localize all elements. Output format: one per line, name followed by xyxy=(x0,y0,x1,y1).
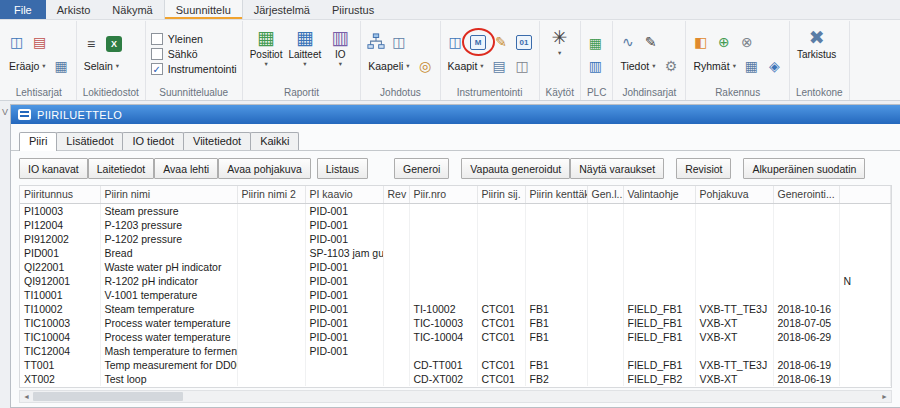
building-box-icon[interactable]: ◧ xyxy=(691,33,710,51)
scroll-right-arrow[interactable]: ► xyxy=(878,393,891,400)
column-header-rev[interactable]: Rev xyxy=(383,186,409,204)
column-header-piir-nro[interactable]: Piir.nro xyxy=(409,186,477,204)
checkbox-sahko[interactable]: Sähkö xyxy=(151,48,237,60)
loop-drawing-icon[interactable]: M xyxy=(469,33,488,51)
kaytot-button[interactable]: ✳ ▾ xyxy=(545,24,575,58)
tab-jarjestelma[interactable]: Järjestelmä xyxy=(243,0,321,19)
scroll-left-arrow[interactable]: ◄ xyxy=(20,393,33,400)
action-button-alkuper-inen-suodatin[interactable]: Alkuperäinen suodatin xyxy=(743,158,865,179)
action-button-generoi[interactable]: Generoi xyxy=(394,158,449,179)
table-row-qi912001[interactable]: QI912001R-1202 pH indicatorPID-001N xyxy=(20,274,890,288)
table-cell xyxy=(587,372,623,386)
laitteet-button[interactable]: ▦ Laitteet ▾ xyxy=(286,24,323,69)
column-header-piiritunnus[interactable]: Piiritunnus xyxy=(20,186,100,204)
action-button-io-kanavat[interactable]: IO kanavat xyxy=(19,158,88,179)
selain-label: Selain xyxy=(84,60,113,72)
io-button[interactable]: ▥ IO ▾ xyxy=(325,24,355,69)
instrument-window-icon[interactable]: ◫ xyxy=(446,33,465,51)
panel-tab-lisatiedot[interactable]: Lisätiedot xyxy=(56,132,123,150)
positiot-button[interactable]: ▦ Positiot ▾ xyxy=(248,24,285,69)
add-icon[interactable]: ⊕ xyxy=(714,33,733,51)
panel-tab-io-tiedot[interactable]: IO tiedot xyxy=(122,132,184,150)
panel-title-bar[interactable]: PIIRILUETTELO xyxy=(11,105,900,124)
ryhmat-button[interactable]: Ryhmät▾ xyxy=(691,59,737,73)
table-cell: TI10001 xyxy=(20,288,100,302)
panel-tab-kaikki[interactable]: Kaikki xyxy=(250,132,299,150)
settings-gear-icon[interactable]: ⚙ xyxy=(661,57,680,75)
group-label-kaytot: Käytöt xyxy=(545,84,575,100)
action-button-n-yt-varaukset[interactable]: Näytä varaukset xyxy=(570,158,664,179)
column-header-piirin-nimi[interactable]: Piirin nimi xyxy=(100,186,237,204)
panel-tab-piiri[interactable]: Piiri xyxy=(19,132,57,151)
table-row-tic10004[interactable]: TIC10004Process water temperaturePID-001… xyxy=(20,330,890,344)
table-cell xyxy=(839,204,890,219)
wire-link-icon[interactable]: ∿ xyxy=(618,33,637,51)
table-row-tic12004[interactable]: TIC12004Mash temperature to fermentation… xyxy=(20,344,890,358)
table-row-pi912002[interactable]: PI912002P-1202 pressurePID-001 xyxy=(20,232,890,246)
selain-button[interactable]: Selain▾ xyxy=(82,59,121,73)
column-header-piirin-nimi-2[interactable]: Piirin nimi 2 xyxy=(237,186,305,204)
eraajo-button[interactable]: Eräajo▾ xyxy=(7,59,48,73)
scroll-thumb[interactable] xyxy=(33,392,183,401)
column-header-pohjakuva[interactable]: Pohjakuva xyxy=(695,186,773,204)
frame-sheet-icon[interactable]: ◫ xyxy=(513,57,532,75)
column-header-pi-kaavio[interactable]: PI kaavio xyxy=(305,186,383,204)
action-button-avaa-lehti[interactable]: Avaa lehti xyxy=(154,158,218,179)
tab-piirustus[interactable]: Piirustus xyxy=(321,0,385,19)
table-cell: Test loop xyxy=(100,372,237,386)
table-row-ti10002[interactable]: TI10002Steam temperaturePID-001TI-10002C… xyxy=(20,302,890,316)
action-button-revisiot[interactable]: Revisiot xyxy=(676,158,731,179)
plc-io-icon[interactable]: ▥ xyxy=(586,57,605,75)
table-cell xyxy=(383,204,409,219)
action-button-laitetiedot[interactable]: Laitetiedot xyxy=(88,158,154,179)
column-header-piirin-sij[interactable]: Piirin sij. xyxy=(477,186,525,204)
horizontal-scrollbar[interactable]: ◄ ► xyxy=(19,390,892,403)
column-header-col-12[interactable] xyxy=(839,186,890,204)
remove-icon[interactable]: ⊗ xyxy=(737,33,756,51)
diamond-icon[interactable]: ◈ xyxy=(765,57,784,75)
ribbon-group-lentokone: ✖ Tarkistus Lentokone xyxy=(790,21,850,100)
group-grid-icon[interactable]: ▦ xyxy=(742,57,761,75)
batch-sheet-icon[interactable]: ▦ xyxy=(52,57,71,75)
cable-tree-icon[interactable] xyxy=(366,33,385,51)
action-button-listaus[interactable]: Listaus xyxy=(317,158,368,179)
tab-file[interactable]: File xyxy=(0,0,46,19)
binary-sheet-icon[interactable]: 01 xyxy=(515,33,534,51)
table-row-xt002[interactable]: XT002Test loopCD-XT002CTC01FB2FIELD_FB2V… xyxy=(20,372,890,386)
cable-reel-icon[interactable]: ◎ xyxy=(416,57,435,75)
kaapeli-button[interactable]: Kaapeli▾ xyxy=(366,59,411,73)
column-header-piirin-kentt-k[interactable]: Piirin kenttäk. xyxy=(525,186,587,204)
checkbox-instrumentointi[interactable]: ✓ Instrumentointi xyxy=(151,63,237,75)
form-sheet-icon[interactable]: ▤ xyxy=(490,57,509,75)
report-grid-icon[interactable]: ▤ xyxy=(30,33,49,51)
window-frame-icon[interactable]: ◫ xyxy=(389,33,408,51)
column-header-gen-l[interactable]: Gen.l... xyxy=(587,186,623,204)
column-header-generointi[interactable]: Generointi... xyxy=(773,186,839,204)
tab-suunnittelu[interactable]: Suunnittelu xyxy=(164,0,243,19)
kaapit-button[interactable]: Kaapit▾ xyxy=(446,59,486,73)
action-button-avaa-pohjakuva[interactable]: Avaa pohjakuva xyxy=(218,158,311,179)
column-header-valintaohje[interactable]: Valintaohje xyxy=(623,186,695,204)
table-row-pid001[interactable]: PID001BreadSP-1103 jam guard xyxy=(20,246,890,260)
table-row-qi22001[interactable]: QI22001Waste water pH indicatorPID-001 xyxy=(20,260,890,274)
plc-card-icon[interactable]: ▦ xyxy=(586,34,605,52)
edit-sheet-icon[interactable]: ✎ xyxy=(492,33,511,51)
table-row-tt001[interactable]: TT001Temp measurement for DD002CD-TT001C… xyxy=(20,358,890,372)
table-row-pi10003[interactable]: PI10003Steam pressurePID-001 xyxy=(20,204,890,219)
tarkistus-button[interactable]: ✖ Tarkistus xyxy=(795,24,838,61)
tiedot-button[interactable]: Tiedot▾ xyxy=(618,59,657,73)
sheet-series-icon[interactable]: ◫ xyxy=(7,33,26,51)
browser-list-icon[interactable]: ≡ xyxy=(82,35,101,53)
action-button-vapauta-generoidut[interactable]: Vapauta generoidut xyxy=(461,158,570,179)
table-cell: 2018-06-29 xyxy=(773,330,839,344)
panel-tab-viitetiedot[interactable]: Viitetiedot xyxy=(183,132,251,150)
table-row-pi12004[interactable]: PI12004P-1203 pressurePID-001 xyxy=(20,218,890,232)
table-cell: N xyxy=(839,274,890,288)
checkbox-yleinen[interactable]: Yleinen xyxy=(151,33,237,45)
tab-arkisto[interactable]: Arkisto xyxy=(46,0,102,19)
edit-table-icon[interactable]: ✎ xyxy=(641,33,660,51)
table-row-ti10001[interactable]: TI10001V-1001 temperaturePID-001 xyxy=(20,288,890,302)
table-row-tic10003[interactable]: TIC10003Process water temperaturePID-001… xyxy=(20,316,890,330)
excel-export-icon[interactable]: X xyxy=(105,35,124,53)
tab-nakyma[interactable]: Näkymä xyxy=(101,0,163,19)
